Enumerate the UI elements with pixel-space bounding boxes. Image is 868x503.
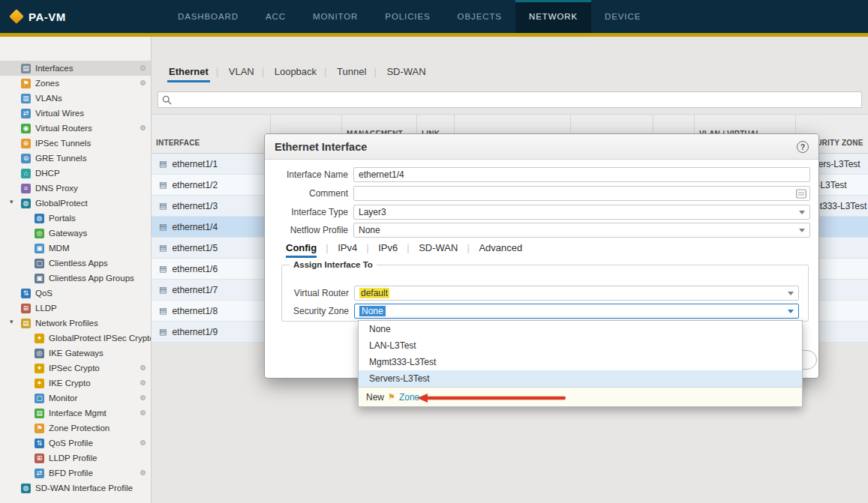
sidebar-item-dns-proxy[interactable]: ≡DNS Proxy	[0, 181, 151, 196]
virtual-router-select[interactable]: default	[354, 286, 799, 301]
zones-icon: ⚑	[21, 79, 31, 88]
collapse-caret-icon[interactable]	[10, 318, 14, 325]
interface-cell[interactable]: ethernet1/9	[152, 327, 270, 337]
sidebar-item-interfaces[interactable]: ▤Interfaces	[0, 61, 151, 76]
sidebar-item-clientless-app-groups[interactable]: ▣Clientless App Groups	[0, 271, 151, 286]
dialog-tab-ipv6[interactable]: IPv6	[378, 242, 398, 253]
app-window: PA-VM DASHBOARDACCMONITORPOLICIESOBJECTS…	[0, 0, 868, 503]
interface-cell[interactable]: ethernet1/5	[152, 243, 270, 253]
security-zone-value: None	[359, 306, 386, 316]
sidebar-item-gateways[interactable]: ◎Gateways	[0, 226, 151, 241]
tab-loopback[interactable]: Loopback	[273, 63, 318, 80]
interface-cell[interactable]: ethernet1/8	[152, 306, 270, 316]
annotation-arrow-icon	[417, 392, 567, 404]
interface-type-select[interactable]: Layer3	[353, 205, 810, 220]
interface-cell[interactable]: ethernet1/2	[152, 180, 270, 190]
column-header-interface[interactable]: INTERFACE	[152, 115, 270, 153]
interface-name-field[interactable]: ethernet1/4	[353, 167, 810, 182]
virtual-router-row: Virtual Router default	[282, 286, 799, 301]
sidebar-item-clientless-apps[interactable]: ▢Clientless Apps	[0, 256, 151, 271]
sidebar-item-portals[interactable]: ◍Portals	[0, 211, 151, 226]
sidebar-item-lldp-profile[interactable]: ⊞LLDP Profile	[0, 451, 151, 466]
interface-icon	[159, 327, 167, 337]
gold-accent-bar	[0, 33, 868, 37]
interface-cell[interactable]: ethernet1/3	[152, 201, 270, 211]
item-count-badge	[140, 380, 146, 385]
sidebar-item-label: QoS	[35, 289, 63, 298]
sidebar-item-globalprotect-ipsec-crypto[interactable]: ✦GlobalProtect IPSec Crypto	[0, 331, 151, 346]
sidebar-item-label: IPSec Crypto	[49, 364, 110, 373]
netflow-profile-row: Netflow Profile None	[271, 223, 810, 238]
tab-sd-wan[interactable]: SD-WAN	[385, 63, 427, 80]
help-icon[interactable]: ?	[797, 141, 809, 153]
item-count-badge	[140, 365, 146, 370]
dialog-tab-ipv4[interactable]: IPv4	[338, 242, 357, 253]
sidebar-item-virtual-wires[interactable]: ⇄Virtual Wires	[0, 106, 151, 121]
dhcp-icon: ⌂	[21, 169, 31, 178]
sidebar-item-label: IKE Crypto	[49, 379, 101, 388]
sidebar-item-interface-mgmt[interactable]: ▤Interface Mgmt	[0, 406, 151, 421]
search-input[interactable]	[176, 93, 857, 106]
sidebar-item-monitor[interactable]: ▢Monitor	[0, 391, 151, 406]
dns-proxy-icon: ≡	[21, 184, 31, 193]
interface-name: ethernet1/6	[172, 264, 218, 274]
sidebar-item-ike-gateways[interactable]: ◎IKE Gateways	[0, 346, 151, 361]
interface-name: ethernet1/5	[172, 243, 218, 253]
nav-tab-network[interactable]: NETWORK	[515, 0, 591, 33]
sidebar-item-dhcp[interactable]: ⌂DHCP	[0, 166, 151, 181]
security-zone-select[interactable]: None	[354, 304, 799, 319]
sidebar-item-label: QoS Profile	[49, 439, 104, 448]
zone-option-mgmt333-l3test[interactable]: Mgmt333-L3Test	[359, 354, 802, 370]
dialog-tab-config[interactable]: Config	[286, 242, 317, 253]
nav-tab-monitor[interactable]: MONITOR	[299, 0, 371, 33]
tab-ethernet[interactable]: Ethernet	[167, 63, 210, 80]
dialog-header: Ethernet Interface ?	[265, 134, 818, 160]
sidebar-item-qos-profile[interactable]: ⇅QoS Profile	[0, 436, 151, 451]
collapse-caret-icon[interactable]	[10, 198, 14, 205]
sidebar-item-virtual-routers[interactable]: ◉Virtual Routers	[0, 121, 151, 136]
sidebar-item-ipsec-crypto[interactable]: ✦IPSec Crypto	[0, 361, 151, 376]
nav-tab-device[interactable]: DEVICE	[591, 0, 654, 33]
comment-field[interactable]	[353, 186, 810, 201]
sidebar-item-ike-crypto[interactable]: ✦IKE Crypto	[0, 376, 151, 391]
interface-cell[interactable]: ethernet1/7	[152, 285, 270, 295]
sidebar-item-mdm[interactable]: ▣MDM	[0, 241, 151, 256]
zone-option-lan-l3test[interactable]: LAN-L3Test	[359, 337, 802, 354]
sidebar-item-sd-wan-interface-profile[interactable]: ◍SD-WAN Interface Profile	[0, 481, 151, 496]
sidebar-item-bfd-profile[interactable]: ⇄BFD Profile	[0, 466, 151, 481]
sidebar-item-globalprotect[interactable]: ◍GlobalProtect	[0, 196, 151, 211]
nav-tab-dashboard[interactable]: DASHBOARD	[164, 0, 252, 33]
paloalto-logo-icon	[9, 9, 24, 24]
sidebar-item-vlans[interactable]: ▥VLANs	[0, 91, 151, 106]
netflow-profile-select[interactable]: None	[353, 223, 810, 238]
sidebar-item-label: DNS Proxy	[35, 184, 89, 193]
interface-cell[interactable]: ethernet1/1	[152, 159, 270, 169]
zone-option-none[interactable]: None	[359, 321, 802, 337]
interface-cell[interactable]: ethernet1/4	[152, 222, 270, 232]
nav-tab-objects[interactable]: OBJECTS	[444, 0, 515, 33]
dialog-tab-advanced[interactable]: Advanced	[479, 242, 522, 253]
interface-cell[interactable]: ethernet1/6	[152, 264, 270, 274]
sidebar-item-zones[interactable]: ⚑Zones	[0, 76, 151, 91]
sidebar-item-lldp[interactable]: ⊞LLDP	[0, 301, 151, 316]
comment-expand-icon[interactable]	[796, 189, 806, 199]
tab-tunnel[interactable]: Tunnel	[335, 63, 368, 80]
sidebar-item-network-profiles[interactable]: ▤Network Profiles	[0, 316, 151, 331]
interface-type-value: Layer3	[359, 207, 386, 217]
virtual-wires-icon: ⇄	[21, 109, 31, 118]
sidebar-item-gre-tunnels[interactable]: ⊚GRE Tunnels	[0, 151, 151, 166]
sidebar-item-ipsec-tunnels[interactable]: ⊕IPSec Tunnels	[0, 136, 151, 151]
tab-vlan[interactable]: VLAN	[227, 63, 256, 80]
nav-tab-acc[interactable]: ACC	[252, 0, 299, 33]
comment-label: Comment	[271, 188, 353, 199]
lldp-profile-icon: ⊞	[35, 454, 44, 463]
globalprotect-ipsec-crypto-icon: ✦	[35, 334, 44, 343]
sidebar-item-label: VLANs	[35, 94, 73, 103]
ike-gateways-icon: ◎	[35, 349, 44, 358]
sidebar-item-zone-protection[interactable]: ⚑Zone Protection	[0, 421, 151, 436]
interface-name-value: ethernet1/4	[359, 169, 404, 180]
zone-option-servers-l3test[interactable]: Servers-L3Test	[359, 370, 802, 387]
dialog-tab-sd-wan[interactable]: SD-WAN	[419, 242, 458, 253]
sidebar-item-qos[interactable]: ⇅QoS	[0, 286, 151, 301]
nav-tab-policies[interactable]: POLICIES	[371, 0, 443, 33]
